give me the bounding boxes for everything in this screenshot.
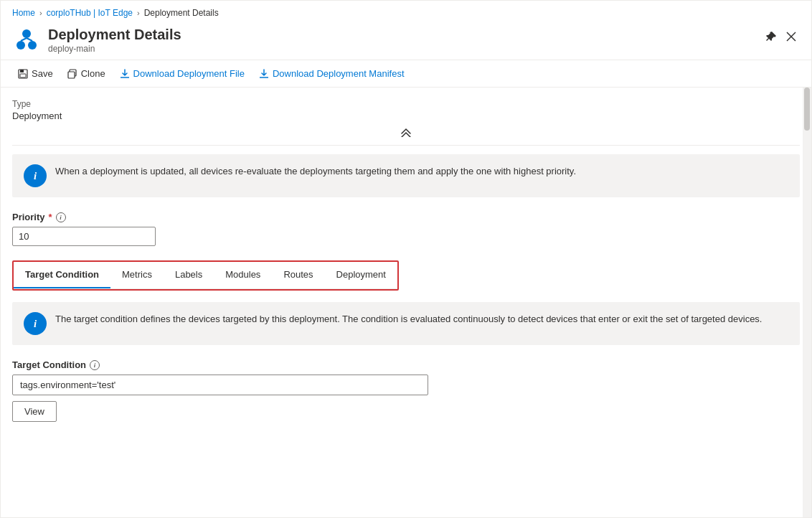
pin-button[interactable]: [763, 28, 780, 45]
content-area: Type Deployment i When a deployment is u…: [1, 88, 811, 517]
target-condition-label-text: Target Condition: [12, 359, 86, 370]
priority-label: Priority * i: [12, 212, 800, 222]
info-text-1: When a deployment is updated, all device…: [55, 164, 788, 179]
collapse-button[interactable]: [399, 127, 413, 139]
tab-target-condition[interactable]: Target Condition: [14, 262, 110, 288]
toolbar: Save Clone Download Deployment File Down…: [1, 60, 811, 88]
deployment-icon: [12, 25, 41, 54]
clone-button[interactable]: Clone: [62, 65, 111, 83]
breadcrumb-hub[interactable]: corploTHub | IoT Edge: [47, 8, 133, 18]
required-indicator: *: [49, 212, 52, 222]
breadcrumb-home[interactable]: Home: [12, 8, 35, 18]
download-manifest-button[interactable]: Download Deployment Manifest: [253, 65, 410, 83]
panel-header: Deployment Details deploy-main: [1, 22, 811, 60]
tab-labels[interactable]: Labels: [164, 262, 214, 288]
info-icon-2: i: [24, 312, 47, 335]
svg-rect-11: [68, 72, 75, 78]
download-manifest-label: Download Deployment Manifest: [273, 68, 405, 79]
svg-point-0: [16, 41, 25, 50]
svg-rect-9: [20, 74, 26, 77]
download-file-button[interactable]: Download Deployment File: [114, 65, 250, 83]
scrollbar-thumb[interactable]: [804, 88, 810, 131]
type-section: Type Deployment: [12, 99, 800, 121]
tab-metrics[interactable]: Metrics: [110, 262, 164, 288]
panel-title-group: Deployment Details deploy-main: [48, 25, 800, 54]
tab-deployment[interactable]: Deployment: [325, 262, 397, 288]
save-button[interactable]: Save: [12, 65, 59, 83]
panel-title: Deployment Details: [48, 25, 800, 44]
svg-point-2: [22, 29, 31, 38]
tabs: Target Condition Metrics Labels Modules …: [14, 262, 397, 289]
breadcrumb-current: Deployment Details: [144, 8, 219, 18]
tab-modules[interactable]: Modules: [214, 262, 272, 288]
breadcrumb-sep-1: ›: [39, 9, 42, 17]
panel-top-actions: [763, 28, 800, 45]
priority-info-icon: i: [56, 212, 66, 222]
target-condition-input[interactable]: [12, 375, 428, 395]
target-condition-label: Target Condition i: [12, 359, 800, 370]
tabs-container: Target Condition Metrics Labels Modules …: [12, 260, 399, 291]
priority-field: Priority * i: [12, 212, 800, 246]
svg-point-1: [28, 41, 37, 50]
svg-line-3: [21, 38, 27, 41]
breadcrumb-sep-2: ›: [137, 9, 140, 17]
info-icon-1: i: [24, 164, 47, 187]
view-button[interactable]: View: [12, 401, 57, 422]
info-text-2: The target condition defines the devices…: [55, 312, 788, 326]
target-condition-info-icon: i: [90, 360, 100, 370]
type-value: Deployment: [12, 110, 800, 121]
collapse-section: [12, 127, 800, 146]
svg-line-4: [27, 38, 32, 41]
svg-rect-8: [20, 70, 24, 72]
priority-input[interactable]: [12, 227, 156, 246]
info-banner-1: i When a deployment is updated, all devi…: [12, 154, 800, 197]
download-file-label: Download Deployment File: [133, 68, 245, 79]
info-banner-2: i The target condition defines the devic…: [12, 302, 800, 345]
breadcrumb: Home › corploTHub | IoT Edge › Deploymen…: [1, 1, 811, 22]
panel-subtitle: deploy-main: [48, 44, 800, 54]
type-label: Type: [12, 99, 800, 109]
save-label: Save: [32, 68, 53, 79]
clone-label: Clone: [81, 68, 105, 79]
target-condition-field: Target Condition i View: [12, 359, 800, 422]
close-button[interactable]: [783, 28, 800, 45]
scrollbar-track[interactable]: [803, 88, 811, 517]
main-panel: Home › corploTHub | IoT Edge › Deploymen…: [0, 0, 812, 518]
priority-label-text: Priority: [12, 212, 45, 222]
tab-routes[interactable]: Routes: [272, 262, 324, 288]
